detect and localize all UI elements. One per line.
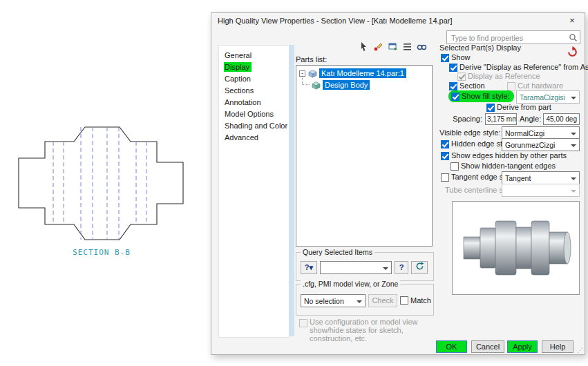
search-icon — [569, 33, 578, 42]
category-nav: General Display Caption Sections Annotat… — [218, 45, 290, 338]
query-group-title: Query Selected Items — [301, 248, 374, 256]
show-edges-hidden-checkbox[interactable] — [441, 152, 449, 160]
dialog-title: High Quality View Properties - Section V… — [218, 17, 453, 25]
search-input[interactable] — [450, 32, 566, 44]
derive-reference-checkbox[interactable] — [449, 64, 457, 72]
resize-grip[interactable]: ⋰ — [577, 347, 583, 354]
select-parts-icon[interactable] — [359, 41, 373, 53]
ok-button[interactable]: OK — [436, 340, 467, 353]
display-as-reference-checkbox — [457, 73, 466, 81]
hidden-edge-style-combo[interactable]: GorunmezCizgi — [502, 138, 580, 151]
derive-from-part-checkbox[interactable] — [486, 104, 495, 112]
tangent-edge-style-combo[interactable]: Tangent — [502, 171, 580, 184]
use-config-label: Use configuration or model view show/hid… — [310, 318, 431, 343]
spacing-label: Spacing: — [439, 115, 482, 123]
nav-item-sections[interactable]: Sections — [219, 85, 289, 97]
query-group: Query Selected Items ?▾ ? — [296, 252, 434, 281]
use-config-checkbox — [299, 319, 307, 327]
property-search — [446, 30, 580, 44]
nav-item-annotation[interactable]: Annotation — [219, 97, 289, 108]
query-options-button[interactable]: ?▾ — [301, 261, 317, 274]
derive-refresh-icon[interactable] — [567, 46, 578, 59]
cancel-button[interactable]: Cancel — [471, 340, 504, 353]
tree-child-label[interactable]: Design Body — [323, 80, 370, 90]
tree-row-design-body[interactable]: Design Body — [296, 79, 432, 90]
list-view-icon[interactable] — [402, 41, 417, 53]
dialog-titlebar[interactable]: High Quality View Properties - Section V… — [211, 13, 585, 28]
display-as-reference-label: Display as Reference — [468, 72, 540, 80]
show-hidden-tangent-checkbox[interactable] — [451, 162, 459, 171]
section-checkbox[interactable] — [449, 82, 457, 90]
show-fill-style-label: Show fill style: — [462, 92, 510, 100]
parts-tree: Katı Modelleme 14.par:1 Design Body — [296, 65, 433, 247]
parts-list-label: Parts list: — [296, 55, 327, 64]
nav-item-model-options[interactable]: Model Options — [219, 108, 289, 120]
view-properties-dialog: High Quality View Properties - Section V… — [211, 12, 585, 355]
derive-reference-label: Derive "Display as Reference" from Assem… — [459, 63, 588, 71]
section-view-drawing[interactable]: SECTION B-B — [18, 126, 185, 257]
cfg-group-title: .cfg, PMI model view, or Zone — [301, 280, 400, 288]
tree-row-root[interactable]: Katı Modelleme 14.par:1 — [296, 68, 432, 79]
refresh-icon — [415, 262, 424, 271]
check-button: Check — [368, 294, 397, 307]
selected-display-title: Selected Part(s) Display — [439, 44, 521, 52]
app-canvas: SECTION B-B High Quality View Properties… — [0, 0, 588, 366]
nav-item-display[interactable]: Display — [219, 61, 289, 73]
hidden-edge-style-checkbox[interactable] — [441, 140, 449, 148]
show-edges-hidden-label: Show edges hidden by other parts — [451, 151, 567, 160]
part-outline — [19, 127, 183, 240]
nav-item-general[interactable]: General — [219, 50, 289, 61]
cut-hardware-label: Cut hardware — [518, 81, 563, 90]
visible-edge-style-label: Visible edge style: — [439, 128, 499, 137]
show-window-icon[interactable] — [388, 41, 402, 53]
help-button[interactable]: Help — [542, 340, 573, 353]
cfg-selection-combo[interactable]: No selection — [301, 294, 366, 307]
cfg-group: .cfg, PMI model view, or Zone No selecti… — [296, 284, 434, 316]
fill-style-combo: TaramaCizgisi — [516, 90, 580, 104]
show-checkbox[interactable] — [441, 54, 449, 62]
tree-root-label[interactable]: Katı Modelleme 14.par:1 — [319, 68, 406, 78]
section-view-caption[interactable]: SECTION B-B — [18, 248, 185, 257]
cut-hardware-checkbox — [507, 82, 515, 90]
match-checkbox[interactable] — [400, 296, 408, 305]
section-label: Section — [459, 81, 485, 90]
nav-item-caption[interactable]: Caption — [219, 73, 289, 85]
part-preview — [452, 201, 580, 295]
angle-field[interactable]: 45,00 deg — [543, 113, 580, 125]
query-refresh-button[interactable] — [411, 261, 428, 274]
show-hidden-tangent-label: Show hidden-tangent edges — [461, 162, 556, 170]
query-combo[interactable] — [320, 261, 392, 274]
match-label: Match — [410, 296, 431, 305]
show-label: Show — [451, 53, 471, 61]
apply-button[interactable]: Apply — [507, 340, 538, 353]
design-body-icon — [312, 81, 321, 90]
spacing-field[interactable]: 3,175 mm — [485, 113, 517, 125]
close-icon[interactable]: × — [567, 15, 578, 26]
query-help-button[interactable]: ? — [395, 261, 408, 274]
nav-panel-edge — [289, 45, 294, 336]
edit-style-icon[interactable] — [373, 41, 388, 53]
nav-item-advanced[interactable]: Advanced — [219, 132, 289, 144]
show-fill-style-checkbox[interactable] — [451, 93, 459, 101]
part-icon — [308, 69, 317, 78]
tangent-edge-style-checkbox[interactable] — [441, 173, 449, 182]
tree-collapse-icon[interactable] — [299, 70, 305, 77]
section-profile-sketch — [18, 126, 185, 243]
angle-label: Angle: — [520, 115, 540, 123]
part-preview-render — [453, 202, 579, 294]
nav-item-shading-and-color[interactable]: Shading and Color — [219, 120, 289, 132]
derive-from-part-label: Derive from part — [497, 103, 551, 111]
binoculars-icon[interactable] — [417, 41, 431, 53]
tube-centerline-style-combo — [502, 184, 580, 197]
